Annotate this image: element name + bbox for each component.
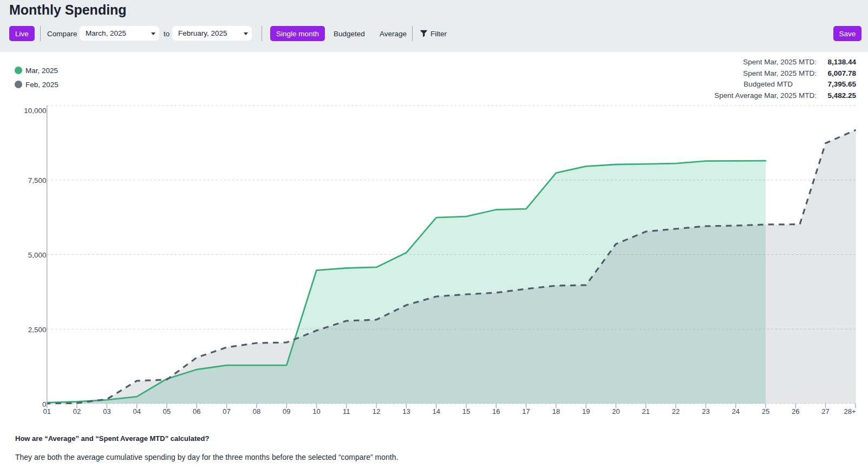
svg-text:03: 03	[103, 407, 110, 415]
svg-text:22: 22	[672, 407, 680, 415]
svg-text:05: 05	[163, 407, 171, 415]
svg-text:09: 09	[283, 407, 290, 415]
svg-text:15: 15	[462, 407, 470, 415]
svg-text:25: 25	[762, 407, 769, 415]
svg-text:14: 14	[432, 407, 440, 415]
svg-text:11: 11	[343, 407, 350, 415]
svg-text:2,500: 2,500	[28, 326, 47, 334]
svg-text:06: 06	[193, 407, 200, 415]
svg-text:7,500: 7,500	[28, 176, 47, 184]
svg-text:18: 18	[552, 407, 560, 415]
svg-text:16: 16	[492, 407, 500, 415]
svg-text:04: 04	[133, 407, 140, 415]
svg-text:01: 01	[43, 407, 51, 415]
svg-text:12: 12	[373, 407, 380, 415]
svg-text:24: 24	[732, 407, 739, 415]
svg-text:28+: 28+	[844, 407, 856, 415]
svg-text:23: 23	[702, 407, 709, 415]
svg-text:17: 17	[522, 407, 530, 415]
svg-text:02: 02	[73, 407, 81, 415]
svg-text:19: 19	[582, 407, 590, 415]
svg-text:10: 10	[312, 407, 320, 415]
svg-text:07: 07	[223, 407, 230, 415]
svg-text:08: 08	[253, 407, 260, 415]
svg-text:21: 21	[642, 407, 650, 415]
svg-text:13: 13	[402, 407, 410, 415]
svg-text:27: 27	[821, 407, 829, 415]
svg-text:5,000: 5,000	[28, 251, 47, 259]
svg-text:26: 26	[792, 407, 799, 415]
svg-text:10,000: 10,000	[24, 107, 46, 115]
svg-text:20: 20	[612, 407, 619, 415]
